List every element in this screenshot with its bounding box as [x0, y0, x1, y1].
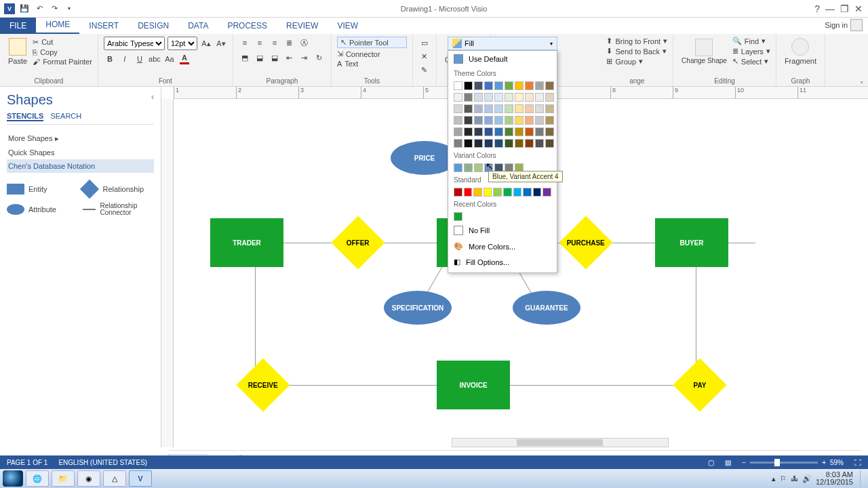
save-icon[interactable]: 💾	[19, 3, 30, 14]
color-swatch[interactable]	[474, 163, 483, 172]
group-shapes-button[interactable]: ⊞Group ▾	[606, 57, 667, 66]
format-painter-button[interactable]: 🖌Format Painter	[33, 58, 92, 66]
tray-flag-icon[interactable]: ⚐	[780, 474, 787, 483]
color-swatch[interactable]	[535, 116, 544, 125]
color-swatch[interactable]	[525, 104, 534, 113]
freeform-tool-button[interactable]: ✎	[418, 64, 431, 76]
color-swatch[interactable]	[542, 188, 551, 197]
entity-invoice[interactable]: INVOICE	[437, 361, 510, 409]
relationship-purchase[interactable]: PURCHASE	[559, 216, 612, 269]
use-default-item[interactable]: Use Default	[448, 51, 557, 67]
show-desktop-button[interactable]	[860, 470, 865, 487]
sign-in[interactable]: Sign in	[819, 16, 868, 34]
relationship-receive[interactable]: RECEIVE	[236, 358, 290, 411]
zoom-thumb[interactable]	[774, 459, 780, 466]
color-swatch[interactable]	[505, 116, 513, 125]
color-swatch[interactable]	[484, 104, 493, 113]
color-swatch[interactable]	[464, 104, 473, 113]
text-tool-button[interactable]: AText	[337, 60, 407, 68]
color-swatch[interactable]	[545, 127, 554, 136]
page-indicator[interactable]: PAGE 1 OF 1	[7, 459, 47, 466]
color-swatch[interactable]	[494, 127, 503, 136]
shape-entity[interactable]: Entity	[7, 182, 79, 196]
align-middle-button[interactable]: ⬓	[254, 52, 266, 64]
color-swatch[interactable]	[454, 93, 462, 102]
color-swatch[interactable]	[464, 93, 473, 102]
connector-tool-button[interactable]: ⇲Connector	[337, 49, 407, 58]
taskbar-explorer[interactable]: 📁	[52, 470, 75, 487]
cut-button[interactable]: ✂Cut	[33, 38, 92, 47]
minimize-button[interactable]: —	[825, 3, 835, 14]
color-swatch[interactable]	[474, 93, 483, 102]
taskbar-vlc[interactable]: △	[103, 470, 126, 487]
pointer-tool-button[interactable]: ↖Pointer Tool	[337, 37, 407, 48]
zoom-control[interactable]: − + 59%	[742, 459, 844, 466]
tab-review[interactable]: REVIEW	[277, 18, 328, 34]
color-swatch[interactable]	[484, 93, 493, 102]
stencils-tab[interactable]: STENCILS	[7, 112, 43, 121]
relationship-pay[interactable]: PAY	[673, 358, 726, 411]
color-swatch[interactable]	[535, 127, 544, 136]
color-swatch[interactable]	[505, 127, 513, 136]
color-swatch[interactable]	[545, 116, 554, 125]
font-color-button[interactable]: A	[178, 53, 191, 65]
align-left-button[interactable]: ≡	[239, 37, 251, 49]
color-swatch[interactable]	[525, 127, 534, 136]
fragment-button[interactable]: Fragment	[782, 37, 819, 66]
color-swatch[interactable]	[515, 139, 524, 148]
color-swatch[interactable]	[494, 116, 503, 125]
color-swatch[interactable]	[454, 139, 462, 148]
shape-rel-connector[interactable]: Relationship Connector	[83, 203, 155, 216]
fill-split-button[interactable]: Fill ▾	[448, 37, 557, 50]
align-right-button[interactable]: ≡	[269, 37, 281, 49]
color-swatch[interactable]	[545, 81, 554, 90]
rectangle-tool-button[interactable]: ▭	[418, 37, 431, 49]
color-swatch[interactable]	[454, 127, 462, 136]
color-swatch[interactable]	[505, 139, 513, 148]
bring-front-button[interactable]: ⬆Bring to Front ▾	[606, 37, 667, 45]
color-swatch[interactable]	[505, 81, 513, 90]
find-button[interactable]: 🔍Find ▾	[732, 37, 770, 45]
more-colors-item[interactable]: 🎨 More Colors...	[448, 239, 557, 254]
color-swatch[interactable]	[464, 139, 473, 148]
tab-design[interactable]: DESIGN	[128, 18, 178, 34]
fill-options-item[interactable]: ◧ Fill Options...	[448, 254, 557, 270]
bold-button[interactable]: B	[104, 53, 116, 65]
color-swatch[interactable]	[464, 127, 473, 136]
color-swatch[interactable]	[454, 116, 462, 125]
tab-process[interactable]: PROCESS	[218, 18, 277, 34]
color-swatch[interactable]	[474, 127, 483, 136]
color-swatch[interactable]	[474, 116, 483, 125]
tab-insert[interactable]: INSERT	[79, 18, 128, 34]
color-swatch[interactable]	[523, 188, 532, 197]
underline-button[interactable]: U	[134, 53, 146, 65]
strike-button[interactable]: abc	[149, 53, 161, 65]
zoom-out-icon[interactable]: −	[742, 459, 746, 466]
attribute-guarantee[interactable]: GUARANTEE	[513, 291, 580, 325]
color-swatch[interactable]	[484, 139, 493, 148]
start-button[interactable]	[3, 470, 23, 487]
color-swatch[interactable]	[454, 104, 462, 113]
color-swatch[interactable]	[454, 163, 462, 172]
color-swatch[interactable]	[474, 139, 483, 148]
color-swatch[interactable]	[535, 104, 544, 113]
case-button[interactable]: Aa	[163, 53, 176, 65]
help-icon[interactable]: ?	[814, 3, 820, 14]
shape-relationship[interactable]: Relationship	[83, 182, 155, 196]
search-tab[interactable]: SEARCH	[50, 112, 81, 121]
connector-line[interactable]	[482, 385, 699, 386]
color-swatch[interactable]	[515, 127, 524, 136]
color-swatch[interactable]	[505, 93, 513, 102]
color-swatch[interactable]	[515, 104, 524, 113]
fit-window-icon[interactable]: ⛶	[854, 459, 861, 466]
font-name-select[interactable]: Arabic Typesettin	[104, 37, 165, 50]
collapse-pane-icon[interactable]: ‹	[151, 92, 154, 102]
taskbar-visio[interactable]: V	[129, 470, 152, 487]
color-swatch[interactable]	[545, 139, 554, 148]
color-swatch[interactable]	[505, 104, 513, 113]
color-swatch[interactable]	[464, 116, 473, 125]
scrollbar-thumb[interactable]	[517, 439, 603, 446]
color-swatch[interactable]	[535, 81, 544, 90]
redo-icon[interactable]: ↷	[49, 3, 60, 14]
color-swatch[interactable]	[503, 188, 512, 197]
